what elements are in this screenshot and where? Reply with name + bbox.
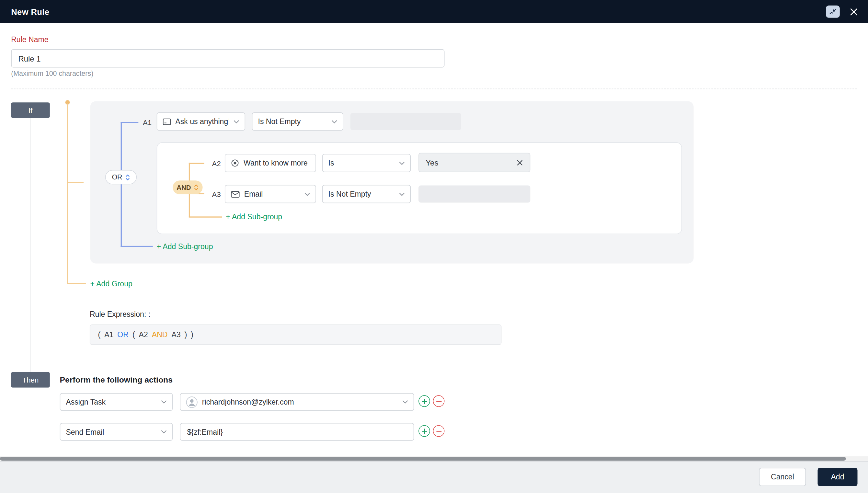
if-then-connector-line [30, 118, 30, 372]
close-icon [850, 7, 858, 16]
expr-token-or: OR [117, 330, 129, 339]
condition-select-a2[interactable]: Is [322, 154, 411, 172]
or-operator-toggle[interactable]: OR [105, 170, 137, 184]
action-type-2-label: Send Email [66, 428, 104, 436]
dialog-header-actions [826, 5, 858, 18]
expr-token: ) [191, 330, 193, 339]
collapse-dialog-button[interactable] [826, 5, 840, 18]
chevron-down-icon [304, 192, 310, 196]
chevron-down-icon [161, 430, 167, 433]
or-operator-label: OR [112, 173, 122, 181]
field-select-a1[interactable]: Ask us anything! [157, 112, 245, 131]
remove-value-button[interactable] [517, 159, 523, 166]
value-a2-text: Yes [426, 158, 438, 167]
expr-token: ( [98, 330, 101, 339]
section-divider [11, 88, 857, 89]
expr-token: ) [185, 330, 187, 339]
dialog-header: New Rule [0, 0, 868, 23]
expr-token: A2 [139, 330, 148, 339]
condition-select-a3[interactable]: Is Not Empty [322, 185, 411, 203]
group-bracket-stub [68, 283, 86, 284]
then-badge: Then [11, 372, 50, 388]
rule-expression-box: ( A1 OR ( A2 AND A3 ) ) [90, 325, 502, 345]
new-rule-dialog: New Rule Rule Name (Maximum 100 characte… [0, 0, 868, 493]
rule-name-input[interactable] [11, 49, 444, 67]
field-select-a3[interactable]: Email [225, 185, 316, 203]
add-button[interactable]: Add [818, 468, 857, 486]
condition-row-id: A1 [143, 119, 152, 127]
group-bracket-line [67, 104, 68, 284]
text-field-icon [162, 118, 171, 125]
sort-arrows-icon [125, 174, 130, 181]
add-group-link[interactable]: + Add Group [90, 280, 132, 288]
chevron-down-icon [161, 400, 167, 404]
value-input-a1 [350, 113, 461, 130]
field-select-a3-label: Email [244, 190, 263, 198]
add-subgroup-link-inner[interactable]: + Add Sub-group [226, 213, 282, 221]
or-bracket-stub [121, 246, 153, 247]
field-select-a1-label: Ask us anything! [175, 117, 229, 126]
chevron-down-icon [403, 400, 408, 404]
add-action-button[interactable] [418, 425, 430, 437]
expr-token: A1 [104, 330, 113, 339]
and-bracket-stub [189, 216, 222, 217]
action-type-1-label: Assign Task [66, 398, 106, 406]
add-subgroup-link-outer[interactable]: + Add Sub-group [157, 243, 213, 251]
rule-name-label: Rule Name [11, 35, 48, 44]
condition-select-a2-label: Is [328, 159, 334, 168]
plus-icon [422, 428, 427, 434]
condition-row-id: A2 [212, 159, 221, 168]
value-input-a2[interactable]: Yes [418, 153, 530, 172]
if-badge: If [11, 102, 50, 118]
field-select-a2[interactable]: Want to know more [225, 154, 316, 172]
or-bracket-stub [121, 122, 138, 123]
add-action-button[interactable] [418, 395, 430, 407]
value-input-a3 [418, 186, 530, 203]
avatar-icon [186, 396, 198, 408]
dialog-title: New Rule [11, 7, 49, 16]
condition-select-a1[interactable]: Is Not Empty [252, 112, 343, 131]
condition-group-panel: A1 Ask us anything! Is Not Empty OR [90, 101, 694, 264]
collapse-icon [828, 8, 838, 16]
assignee-value: richardjohnson@zylker.com [202, 398, 294, 406]
and-bracket-stub [189, 163, 204, 164]
action-type-select-2[interactable]: Send Email [60, 423, 173, 441]
field-select-a2-label: Want to know more [243, 159, 308, 168]
chevron-down-icon [399, 192, 405, 196]
plus-icon [422, 399, 427, 404]
condition-subgroup-panel: A2 Want to know more Is Yes [157, 142, 682, 234]
chevron-down-icon [399, 161, 405, 165]
rule-name-hint: (Maximum 100 characters) [11, 70, 93, 78]
condition-row-id: A3 [212, 191, 221, 199]
horizontal-scrollbar-thumb[interactable] [0, 457, 846, 460]
close-dialog-button[interactable] [850, 7, 858, 16]
expr-token: A3 [171, 330, 180, 339]
expr-token-and: AND [152, 330, 168, 339]
actions-heading: Perform the following actions [60, 376, 173, 384]
group-bracket-stub [68, 182, 84, 183]
remove-value-icon [517, 159, 523, 166]
expr-token: ( [132, 330, 135, 339]
condition-select-a1-label: Is Not Empty [258, 117, 301, 126]
sort-arrows-icon [194, 184, 198, 191]
radio-icon [231, 159, 239, 168]
email-icon [231, 191, 240, 198]
cancel-button[interactable]: Cancel [759, 468, 806, 486]
minus-icon [436, 428, 441, 434]
action-type-select-1[interactable]: Assign Task [60, 393, 173, 411]
and-operator-toggle[interactable]: AND [173, 180, 202, 194]
remove-action-button[interactable] [433, 395, 445, 407]
assignee-select[interactable]: richardjohnson@zylker.com [180, 393, 414, 411]
condition-select-a3-label: Is Not Empty [328, 190, 371, 198]
dialog-footer [0, 461, 868, 493]
and-operator-label: AND [176, 184, 191, 191]
minus-icon [436, 399, 441, 404]
remove-action-button[interactable] [433, 425, 445, 437]
chevron-down-icon [234, 120, 239, 123]
send-email-value-input[interactable] [180, 423, 414, 441]
chevron-down-icon [332, 120, 337, 123]
rule-expression-label: Rule Expression: : [90, 310, 150, 318]
